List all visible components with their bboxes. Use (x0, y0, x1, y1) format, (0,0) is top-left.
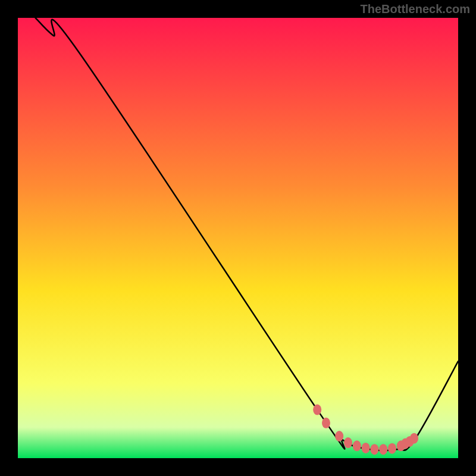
marker-dot (370, 444, 378, 455)
marker-dot (353, 440, 361, 451)
plot-area (18, 18, 458, 458)
gradient-background (18, 18, 458, 458)
chart-frame: TheBottleneck.com (0, 0, 476, 476)
marker-dot (362, 443, 370, 453)
chart-svg (18, 18, 458, 458)
marker-dot (410, 433, 418, 444)
marker-dot (335, 431, 343, 441)
marker-dot (344, 437, 352, 448)
attribution-label: TheBottleneck.com (361, 2, 470, 16)
marker-dot (388, 443, 396, 454)
marker-dot (379, 444, 387, 455)
marker-dot (322, 418, 330, 428)
marker-dot (313, 405, 321, 415)
